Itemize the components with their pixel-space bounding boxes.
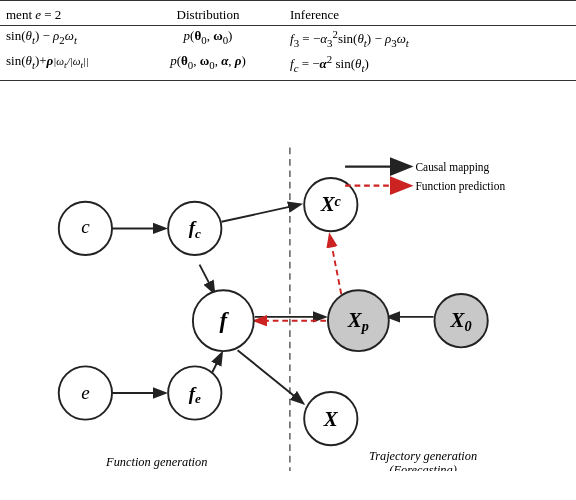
cell-dist-2: p(θ0, ω0, α, ρ) bbox=[130, 51, 290, 73]
table-header: ment e = 2 Distribution Inference bbox=[0, 5, 576, 26]
cell-inf-2: fc = −α2 sin(θt) bbox=[290, 51, 576, 76]
table-row-1: sin(θt) − ρ2ωt p(θ0, ω0) f3 = −α32sin(θt… bbox=[0, 26, 576, 51]
cell-dist-1: p(θ0, ω0) bbox=[130, 26, 290, 48]
legend-causal-label: Causal mapping bbox=[415, 161, 489, 174]
cell-env-2: sin(θt)+ρ|ωt/|ωt|| bbox=[0, 51, 130, 73]
header-inf: Inference bbox=[290, 5, 576, 25]
header-dist: Distribution bbox=[130, 5, 290, 25]
arrow-f-X bbox=[238, 350, 303, 402]
label-X: X bbox=[323, 407, 339, 431]
cell-inf-1: f3 = −α32sin(θt) − ρ3ωt bbox=[290, 26, 576, 51]
diagram-section: c fc Xc f Xp X0 e fe X Causal mapping Fu… bbox=[0, 81, 576, 471]
arrow-fc-Xc bbox=[221, 204, 299, 221]
label-function-generation: Function generation bbox=[105, 455, 207, 469]
cell-env-1: sin(θt) − ρ2ωt bbox=[0, 26, 130, 48]
diagram-svg: c fc Xc f Xp X0 e fe X Causal mapping Fu… bbox=[0, 81, 576, 471]
label-forecasting: (Forecasting) bbox=[389, 463, 457, 471]
arrow-fc-f bbox=[200, 264, 214, 292]
header-env: ment e = 2 bbox=[0, 5, 130, 25]
label-c: c bbox=[81, 216, 90, 237]
label-e: e bbox=[81, 382, 90, 403]
table-row-2: sin(θt)+ρ|ωt/|ωt|| p(θ0, ω0, α, ρ) fc = … bbox=[0, 51, 576, 76]
legend-function-label: Function prediction bbox=[415, 180, 505, 193]
table-section: ment e = 2 Distribution Inference sin(θt… bbox=[0, 0, 576, 81]
arrow-Xp-Xc bbox=[330, 236, 341, 294]
label-trajectory-generation: Trajectory generation bbox=[369, 448, 477, 462]
